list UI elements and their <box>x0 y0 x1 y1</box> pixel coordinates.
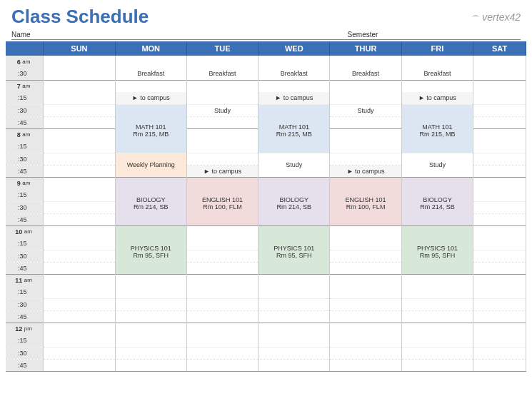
minute-label: :45 <box>6 359 44 371</box>
schedule-cell <box>186 298 258 310</box>
schedule-row: :45 <box>6 359 526 371</box>
schedule-cell <box>473 286 526 298</box>
schedule-cell <box>330 141 401 153</box>
schedule-cell <box>44 165 115 177</box>
time-header <box>6 41 44 56</box>
schedule-cell <box>473 323 526 335</box>
schedule-cell <box>115 335 186 347</box>
logo-text: vertex42 <box>482 11 521 23</box>
minute-label: :30 <box>6 68 44 80</box>
schedule-cell <box>330 298 401 310</box>
schedule-cell <box>473 153 526 165</box>
schedule-cell <box>186 310 258 323</box>
schedule-cell <box>401 286 473 298</box>
schedule-cell <box>330 262 401 274</box>
hour-label: 8 am <box>6 128 44 141</box>
header-row: SUN MON TUE WED THUR FRI SAT <box>6 41 526 56</box>
schedule-cell: Weekly Planning <box>115 153 186 177</box>
minute-label: :45 <box>6 213 44 225</box>
schedule-cell: MATH 101Rm 215, MB <box>259 104 330 153</box>
schedule-cell: Breakfast <box>115 68 186 80</box>
schedule-cell <box>473 128 526 141</box>
schedule-row: 6 am <box>6 56 526 68</box>
schedule-cell <box>186 274 258 286</box>
hour-label: 9 am <box>6 177 44 189</box>
schedule-cell <box>330 116 401 128</box>
schedule-cell <box>330 238 401 250</box>
schedule-cell <box>115 286 186 298</box>
minute-label: :30 <box>6 298 44 310</box>
schedule-cell <box>473 141 526 153</box>
schedule-cell <box>330 347 401 359</box>
schedule-cell <box>330 250 401 262</box>
vertex42-logo: vertex42 <box>471 11 521 23</box>
schedule-row: :30BreakfastBreakfastBreakfastBreakfastB… <box>6 68 526 80</box>
schedule-cell <box>330 286 401 298</box>
day-header-mon: MON <box>115 41 186 56</box>
minute-label: :45 <box>6 310 44 323</box>
page-title: Class Schedule <box>11 6 149 28</box>
minute-label: :30 <box>6 347 44 359</box>
schedule-cell <box>473 201 526 213</box>
schedule-cell <box>115 274 186 286</box>
schedule-cell <box>401 323 473 335</box>
schedule-row: :45 <box>6 310 526 323</box>
schedule-cell <box>259 56 330 68</box>
minute-label: :15 <box>6 92 44 104</box>
schedule-cell <box>473 104 526 116</box>
schedule-cell <box>186 153 258 165</box>
schedule-cell <box>44 201 115 213</box>
schedule-cell <box>186 262 258 274</box>
hour-label: 12 pm <box>6 323 44 335</box>
logo-swoosh-icon <box>471 12 481 22</box>
schedule-cell <box>330 225 401 238</box>
day-header-tue: TUE <box>186 41 258 56</box>
schedule-cell <box>473 310 526 323</box>
schedule-cell <box>473 92 526 104</box>
schedule-cell <box>473 262 526 274</box>
schedule-row: :15 <box>6 286 526 298</box>
schedule-cell <box>473 359 526 371</box>
schedule-cell: Study <box>330 104 401 116</box>
schedule-row: 9 amBIOLOGYRm 214, SBENGLISH 101Rm 100, … <box>6 177 526 189</box>
schedule-cell <box>473 274 526 286</box>
hour-label: 6 am <box>6 56 44 68</box>
schedule-cell <box>186 323 258 335</box>
schedule-row: :30 <box>6 298 526 310</box>
schedule-cell: ► to campus <box>401 92 473 104</box>
schedule-cell <box>330 128 401 141</box>
schedule-cell <box>330 80 401 92</box>
schedule-cell <box>473 298 526 310</box>
schedule-cell <box>259 323 330 335</box>
schedule-cell <box>44 116 115 128</box>
schedule-cell <box>330 323 401 335</box>
schedule-cell <box>473 347 526 359</box>
schedule-cell <box>186 225 258 238</box>
schedule-cell <box>473 80 526 92</box>
schedule-cell <box>259 347 330 359</box>
schedule-cell: ► to campus <box>259 92 330 104</box>
schedule-cell <box>473 56 526 68</box>
schedule-cell: PHYSICS 101Rm 95, SFH <box>401 225 473 274</box>
schedule-cell <box>44 310 115 323</box>
schedule-cell <box>44 213 115 225</box>
day-header-thur: THUR <box>330 41 401 56</box>
schedule-row: :15 <box>6 335 526 347</box>
schedule-cell: Breakfast <box>186 68 258 80</box>
schedule-cell <box>330 153 401 165</box>
schedule-row: 12 pm <box>6 323 526 335</box>
schedule-cell <box>473 68 526 80</box>
schedule-row: :30Weekly PlanningStudyStudy <box>6 153 526 165</box>
schedule-cell <box>473 335 526 347</box>
schedule-cell <box>186 238 258 250</box>
meta-row: Name Semester <box>0 31 532 41</box>
schedule-row: 7 am <box>6 80 526 92</box>
schedule-cell: Study <box>401 153 473 177</box>
minute-label: :15 <box>6 238 44 250</box>
schedule-cell <box>259 335 330 347</box>
schedule-cell <box>115 80 186 92</box>
schedule-cell: BIOLOGYRm 214, SB <box>115 177 186 225</box>
schedule-cell <box>259 298 330 310</box>
schedule-cell <box>186 128 258 141</box>
minute-label: :30 <box>6 104 44 116</box>
